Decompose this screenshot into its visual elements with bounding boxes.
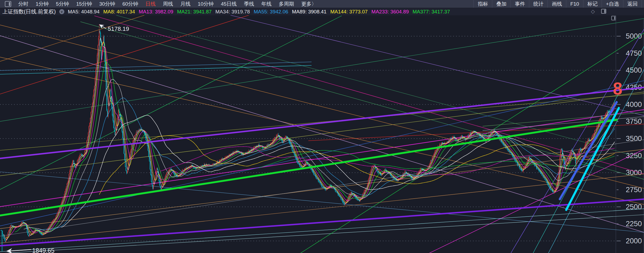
trendline-thin-27[interactable] [169, 15, 644, 116]
axis-label-2250: 2250 [626, 220, 642, 228]
trendline-thin-17[interactable] [511, 29, 644, 253]
ma-value-ma233: MA233: 3604.89 [371, 9, 409, 15]
toolbar-button-5[interactable]: 画线 [547, 0, 566, 8]
axis-label-3500: 3500 [626, 135, 642, 143]
toolbar-button-9[interactable]: 返回 [623, 0, 642, 8]
tab-timeframe-7[interactable]: 日线 [146, 1, 156, 8]
trendline-thin-30[interactable] [483, 112, 644, 126]
toolbar-tools: 指标叠加事件统计画线F10标记+自选返回 [473, 0, 642, 8]
ma-value-ma377: MA377: 3417.37 [413, 9, 450, 15]
tab-timeframe-8[interactable]: 周线 [163, 1, 173, 8]
ma-value-ma8: MA8: 4017.34 [103, 9, 135, 15]
ma-value-ma55: MA55: 3942.06 [254, 9, 288, 15]
diamond-icon[interactable]: ◇ [591, 8, 595, 14]
chart-area[interactable]: 5000475045004250400037503500325030002750… [0, 15, 644, 253]
red-8-badge[interactable]: 8 [613, 79, 623, 98]
toolbar-button-8[interactable]: +自选 [602, 0, 623, 8]
trendline-thin-22[interactable] [0, 209, 644, 252]
trendline-thin-14[interactable] [0, 149, 644, 229]
axis-label-2750: 2750 [626, 186, 642, 194]
price-chart-canvas[interactable]: 5000475045004250400037503500325030002750… [0, 15, 644, 253]
axis-label-4000: 4000 [626, 101, 642, 109]
trading-app-window: 分时1分钟5分钟15分钟30分钟60分钟日线周线月线10分钟45日线季线年线多周… [0, 0, 644, 253]
trendline-thin-21[interactable] [0, 65, 312, 74]
toolbar-button-1[interactable]: 指标 [473, 0, 492, 8]
layout-panel-icon[interactable] [5, 1, 11, 7]
panel-split-icon[interactable] [601, 9, 606, 14]
trendline-thin-13[interactable] [0, 15, 191, 61]
ma-line-233 [160, 147, 615, 175]
top-toolbar: 分时1分钟5分钟15分钟30分钟60分钟日线周线月线10分钟45日线季线年线多周… [0, 0, 644, 8]
tab-timeframe-9[interactable]: 月线 [180, 1, 191, 8]
axis-label-4500: 4500 [626, 66, 642, 74]
chart-info-bar: 上证指数(日线.前复权) v MA5: 4048.94MA8: 4017.34M… [0, 8, 644, 15]
tab-timeframe-15[interactable]: 更多〉 [301, 1, 317, 8]
tab-timeframe-1[interactable]: 分时 [18, 1, 28, 8]
toolbar-button-6[interactable]: F10 [566, 0, 583, 8]
tab-timeframe-2[interactable]: 1分钟 [36, 1, 49, 8]
trendline-thin-4[interactable] [0, 110, 644, 207]
tab-timeframe-14[interactable]: 多周期 [279, 1, 294, 8]
toolbar-button-3[interactable]: 事件 [510, 0, 529, 8]
toolbar-button-2[interactable]: 叠加 [492, 0, 510, 8]
trendline-thin-3[interactable] [94, 16, 644, 174]
ma-value-ma21: MA21: 3941.87 [177, 9, 212, 15]
instrument-label: 上证指数(日线.前复权) [2, 8, 56, 15]
tab-timeframe-6[interactable]: 60分钟 [122, 1, 138, 8]
ma-value-ma144: MA144: 3773.07 [330, 9, 368, 15]
trendline-thin-8[interactable] [0, 18, 644, 121]
low-price-label: 1849.65 [32, 247, 54, 253]
ma-value-ma5: MA5: 4048.94 [68, 9, 99, 15]
tab-timeframe-10[interactable]: 10分钟 [198, 1, 214, 8]
ma-values-list: MA5: 4048.94MA8: 4017.34MA13: 3982.09MA2… [68, 9, 450, 15]
axis-label-5000: 5000 [626, 32, 642, 40]
trendline-thin-20[interactable] [0, 62, 312, 70]
trendline-thick-2[interactable] [0, 199, 644, 246]
toolbar-button-4[interactable]: 统计 [529, 0, 547, 8]
trendline-thin-11[interactable] [0, 25, 644, 188]
panel-split-icon-bar [604, 10, 605, 13]
tab-timeframe-12[interactable]: 季线 [244, 1, 254, 8]
ma-value-ma89: MA89: 3908.41 [292, 9, 327, 15]
ma-value-ma13: MA13: 3982.09 [139, 9, 173, 15]
low-marker-arrow [8, 250, 31, 251]
tab-timeframe-13[interactable]: 年线 [261, 1, 272, 8]
trendline-thin-28[interactable] [0, 140, 644, 236]
trendline-thin-25[interactable] [0, 16, 342, 189]
layout-panel-icon-bar [9, 2, 10, 6]
ma-value-ma34: MA34: 3919.78 [215, 9, 250, 15]
tab-timeframe-5[interactable]: 30分钟 [99, 1, 115, 8]
trendline-thin-6[interactable] [80, 22, 644, 179]
trendline-thin-9[interactable] [0, 94, 644, 150]
high-price-label: 5178.19 [108, 25, 129, 32]
tab-timeframe-11[interactable]: 45日线 [221, 1, 237, 8]
axis-label-2000: 2000 [626, 237, 642, 245]
toolbar-button-7[interactable]: 标记 [583, 0, 602, 8]
tab-timeframe-3[interactable]: 5分钟 [56, 1, 69, 8]
timeframe-tabs: 分时1分钟5分钟15分钟30分钟60分钟日线周线月线10分钟45日线季线年线多周… [18, 1, 317, 8]
chevron-down-circle-icon[interactable]: v [59, 9, 64, 14]
trendline-thin-23[interactable] [3, 215, 644, 253]
tab-timeframe-4[interactable]: 15分钟 [76, 1, 92, 8]
